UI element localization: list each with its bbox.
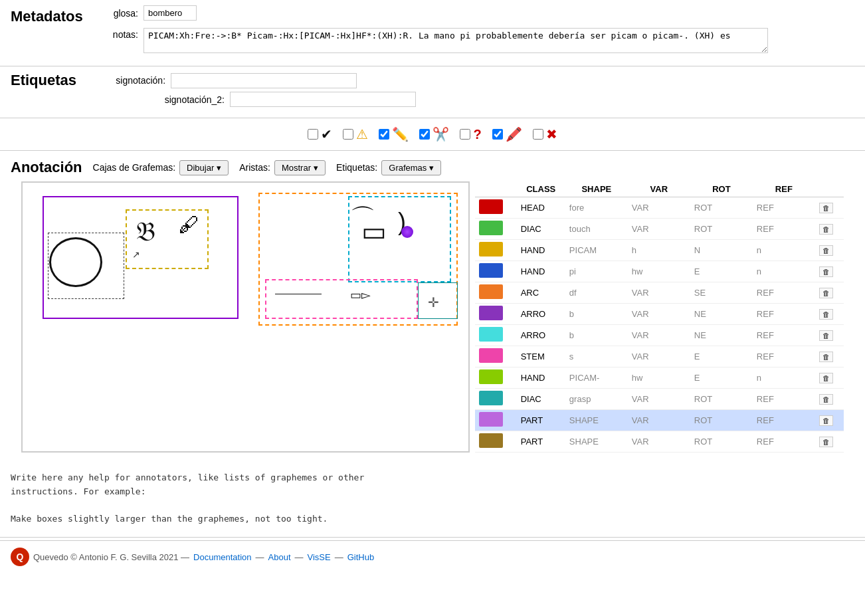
notas-input[interactable]: PICAM:Xh:Fre:->:B* Picam-:Hx:[PICAM-:Hx]… bbox=[144, 28, 768, 53]
shape-input[interactable] bbox=[569, 309, 609, 319]
var-cell[interactable] bbox=[628, 325, 690, 346]
rot-cell[interactable] bbox=[690, 431, 753, 453]
signotacion2-input[interactable] bbox=[230, 92, 416, 107]
table-row[interactable]: ARC🗑 bbox=[475, 282, 844, 304]
table-row[interactable]: HAND🗑 bbox=[475, 261, 844, 282]
footer-github-link[interactable]: GitHub bbox=[347, 552, 374, 562]
ref-cell[interactable] bbox=[753, 304, 815, 325]
var-input[interactable] bbox=[632, 309, 672, 319]
shape-input[interactable] bbox=[569, 203, 609, 213]
var-input[interactable] bbox=[632, 352, 672, 361]
var-cell[interactable] bbox=[628, 431, 690, 453]
rot-cell[interactable] bbox=[690, 240, 753, 261]
toolbar-checkbox-check[interactable] bbox=[308, 129, 318, 140]
var-input[interactable] bbox=[632, 203, 672, 213]
ref-cell[interactable] bbox=[753, 240, 815, 261]
table-row[interactable]: ARRO🗑 bbox=[475, 325, 844, 346]
table-row[interactable]: HAND🗑 bbox=[475, 240, 844, 261]
ref-input[interactable] bbox=[757, 352, 797, 361]
var-input[interactable] bbox=[632, 373, 672, 383]
ref-cell[interactable] bbox=[753, 197, 815, 219]
rot-input[interactable] bbox=[694, 266, 734, 276]
footer-visse-link[interactable]: VisSE bbox=[308, 552, 331, 562]
rot-input[interactable] bbox=[694, 309, 734, 319]
table-row[interactable]: ARRO🗑 bbox=[475, 304, 844, 325]
ref-cell[interactable] bbox=[753, 431, 815, 453]
shape-cell[interactable] bbox=[565, 367, 628, 389]
rot-input[interactable] bbox=[694, 373, 734, 383]
delete-button[interactable]: 🗑 bbox=[819, 266, 833, 277]
ref-cell[interactable] bbox=[753, 325, 815, 346]
ref-input[interactable] bbox=[757, 437, 797, 447]
rot-cell[interactable] bbox=[690, 389, 753, 410]
shape-cell[interactable] bbox=[565, 389, 628, 410]
var-cell[interactable] bbox=[628, 197, 690, 219]
shape-cell[interactable] bbox=[565, 325, 628, 346]
toolbar-checkbox-close[interactable] bbox=[533, 129, 543, 140]
rot-cell[interactable] bbox=[690, 197, 753, 219]
rot-cell[interactable] bbox=[690, 410, 753, 431]
toolbar-checkbox-eraser[interactable] bbox=[492, 129, 503, 140]
shape-cell[interactable] bbox=[565, 282, 628, 304]
shape-input[interactable] bbox=[569, 224, 609, 234]
shape-cell[interactable] bbox=[565, 410, 628, 431]
ref-cell[interactable] bbox=[753, 410, 815, 431]
shape-input[interactable] bbox=[569, 394, 609, 404]
var-input[interactable] bbox=[632, 288, 672, 298]
shape-input[interactable] bbox=[569, 352, 609, 361]
ref-cell[interactable] bbox=[753, 346, 815, 367]
etiquetas-dropdown[interactable]: Grafemas ▾ bbox=[381, 160, 441, 175]
var-cell[interactable] bbox=[628, 261, 690, 282]
ref-input[interactable] bbox=[757, 245, 797, 255]
toolbar-checkbox-question[interactable] bbox=[460, 129, 470, 140]
var-input[interactable] bbox=[632, 266, 672, 276]
delete-button[interactable]: 🗑 bbox=[819, 224, 833, 235]
ref-input[interactable] bbox=[757, 394, 797, 404]
ref-input[interactable] bbox=[757, 373, 797, 383]
rot-input[interactable] bbox=[694, 437, 734, 447]
ref-input[interactable] bbox=[757, 415, 797, 425]
aristas-dropdown[interactable]: Mostrar ▾ bbox=[274, 160, 326, 175]
shape-input[interactable] bbox=[569, 373, 609, 383]
toolbar-checkbox-pencil[interactable] bbox=[379, 129, 389, 140]
canvas-area[interactable]: 𝔅 🖋 ↗ ⌒ ▭ ) ――――― ▭▻ ✛ bbox=[21, 181, 470, 453]
ref-input[interactable] bbox=[757, 203, 797, 213]
rot-cell[interactable] bbox=[690, 304, 753, 325]
rot-cell[interactable] bbox=[690, 367, 753, 389]
signotacion-input[interactable]: PICAM:Xh:Fre* pi:Hx:[PICAM bbox=[171, 73, 357, 88]
shape-cell[interactable] bbox=[565, 346, 628, 367]
shape-input[interactable] bbox=[569, 330, 609, 340]
shape-input[interactable] bbox=[569, 437, 609, 447]
shape-input[interactable] bbox=[569, 415, 609, 425]
table-row[interactable]: DIAC🗑 bbox=[475, 389, 844, 410]
table-row[interactable]: PART🗑 bbox=[475, 431, 844, 453]
var-input[interactable] bbox=[632, 224, 672, 234]
toolbar-checkbox-scissors[interactable] bbox=[419, 129, 430, 140]
delete-button[interactable]: 🗑 bbox=[819, 437, 833, 447]
footer-doc-link[interactable]: Documentation bbox=[193, 552, 251, 562]
var-cell[interactable] bbox=[628, 240, 690, 261]
var-cell[interactable] bbox=[628, 389, 690, 410]
delete-button[interactable]: 🗑 bbox=[819, 309, 833, 320]
delete-button[interactable]: 🗑 bbox=[819, 394, 833, 405]
shape-cell[interactable] bbox=[565, 261, 628, 282]
rot-cell[interactable] bbox=[690, 346, 753, 367]
rot-input[interactable] bbox=[694, 203, 734, 213]
ref-cell[interactable] bbox=[753, 389, 815, 410]
rot-input[interactable] bbox=[694, 330, 734, 340]
ref-input[interactable] bbox=[757, 266, 797, 276]
table-row[interactable]: HAND🗑 bbox=[475, 367, 844, 389]
var-cell[interactable] bbox=[628, 410, 690, 431]
shape-cell[interactable] bbox=[565, 219, 628, 240]
delete-button[interactable]: 🗑 bbox=[819, 288, 833, 298]
table-row[interactable]: DIAC🗑 bbox=[475, 219, 844, 240]
rot-cell[interactable] bbox=[690, 219, 753, 240]
rot-input[interactable] bbox=[694, 352, 734, 361]
shape-cell[interactable] bbox=[565, 240, 628, 261]
delete-button[interactable]: 🗑 bbox=[819, 415, 833, 426]
var-cell[interactable] bbox=[628, 282, 690, 304]
rot-cell[interactable] bbox=[690, 325, 753, 346]
footer-about-link[interactable]: About bbox=[268, 552, 291, 562]
var-cell[interactable] bbox=[628, 304, 690, 325]
table-row[interactable]: PART🗑 bbox=[475, 410, 844, 431]
